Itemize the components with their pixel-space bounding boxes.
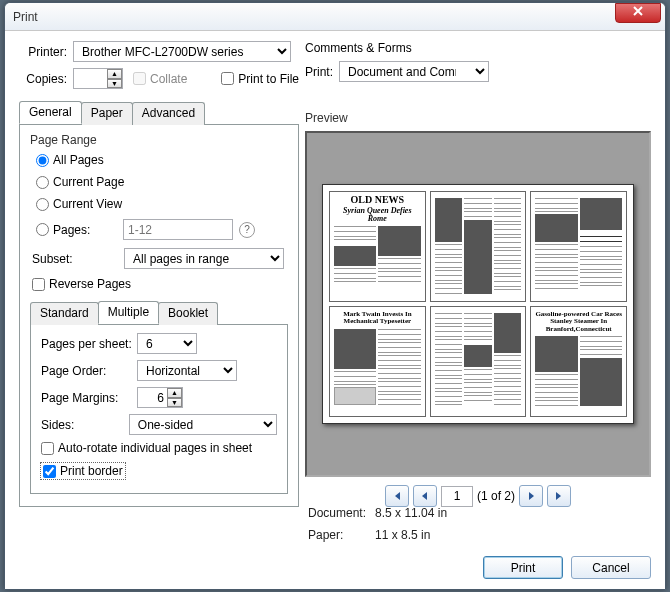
page-order-label: Page Order: (41, 364, 137, 378)
preview-page: OLD NEWS Syrian Queen Defies Rome (329, 191, 426, 302)
help-icon[interactable]: ? (239, 222, 255, 238)
print-button[interactable]: Print (483, 556, 563, 579)
radio-all-pages[interactable] (36, 154, 49, 167)
subset-select[interactable]: All pages in range (124, 248, 284, 269)
radio-pages[interactable] (36, 223, 49, 236)
collate-checkbox[interactable]: Collate (133, 72, 187, 86)
printer-label: Printer: (19, 45, 67, 59)
tab-standard[interactable]: Standard (30, 302, 99, 325)
print-border-checkbox[interactable]: Print border (41, 463, 125, 479)
preview-page: Mark Twain Invests In Mechanical Typeset… (329, 306, 426, 417)
window-title: Print (13, 10, 615, 24)
spin-up-icon[interactable]: ▲ (107, 69, 122, 79)
next-icon (526, 491, 536, 501)
sides-label: Sides: (41, 418, 129, 432)
next-page-button[interactable] (519, 485, 543, 507)
tab-multiple[interactable]: Multiple (98, 301, 159, 324)
print-to-file-checkbox[interactable]: Print to File (221, 72, 299, 86)
copies-spinner[interactable]: ▲▼ (107, 69, 122, 88)
margins-spinner[interactable]: ▲▼ (167, 388, 182, 407)
comments-forms-label: Comments & Forms (305, 41, 651, 55)
comments-forms-select[interactable]: Document and Comments (339, 61, 489, 82)
layout-tabs: Standard Multiple Booklet (30, 301, 288, 325)
cf-print-label: Print: (305, 65, 333, 79)
document-info: Document:8.5 x 11.04 in Paper:11 x 8.5 i… (305, 501, 450, 547)
tab-booklet[interactable]: Booklet (158, 302, 218, 325)
tab-paper[interactable]: Paper (81, 102, 133, 125)
preview-label: Preview (305, 111, 348, 125)
cancel-button[interactable]: Cancel (571, 556, 651, 579)
tab-advanced[interactable]: Advanced (132, 102, 205, 125)
pages-per-sheet-select[interactable]: 6 (137, 333, 197, 354)
tab-general[interactable]: General (19, 101, 82, 124)
page-margins-label: Page Margins: (41, 391, 137, 405)
subset-label: Subset: (32, 252, 124, 266)
titlebar[interactable]: Print (5, 3, 665, 31)
radio-current-page[interactable] (36, 176, 49, 189)
print-dialog: Print Printer: Brother MFC-L2700DW serie… (4, 2, 666, 590)
preview-page: Gasoline-powered Car Races Stanley Steam… (530, 306, 627, 417)
preview-page (430, 191, 527, 302)
reverse-pages-checkbox[interactable]: Reverse Pages (32, 277, 288, 291)
prev-icon (420, 491, 430, 501)
preview-sheet: OLD NEWS Syrian Queen Defies Rome (322, 184, 634, 424)
printer-select[interactable]: Brother MFC-L2700DW series (73, 41, 291, 62)
page-range-label: Page Range (30, 133, 288, 147)
spin-down-icon[interactable]: ▼ (107, 79, 122, 89)
radio-current-view[interactable] (36, 198, 49, 211)
page-of-label: (1 of 2) (477, 489, 515, 503)
spin-up-icon[interactable]: ▲ (167, 388, 182, 398)
close-icon (633, 6, 643, 16)
copies-label: Copies: (19, 72, 67, 86)
spin-down-icon[interactable]: ▼ (167, 398, 182, 408)
first-icon (392, 491, 402, 501)
main-tabs: General Paper Advanced (19, 101, 299, 125)
last-icon (554, 491, 564, 501)
preview-page (530, 191, 627, 302)
sides-select[interactable]: One-sided (129, 414, 277, 435)
close-button[interactable] (615, 3, 661, 23)
page-order-select[interactable]: Horizontal (137, 360, 237, 381)
last-page-button[interactable] (547, 485, 571, 507)
preview-area: OLD NEWS Syrian Queen Defies Rome (305, 131, 651, 477)
preview-page (430, 306, 527, 417)
autorotate-checkbox[interactable]: Auto-rotate individual pages in sheet (41, 441, 277, 455)
pages-input[interactable] (123, 219, 233, 240)
pps-label: Pages per sheet: (41, 337, 137, 351)
